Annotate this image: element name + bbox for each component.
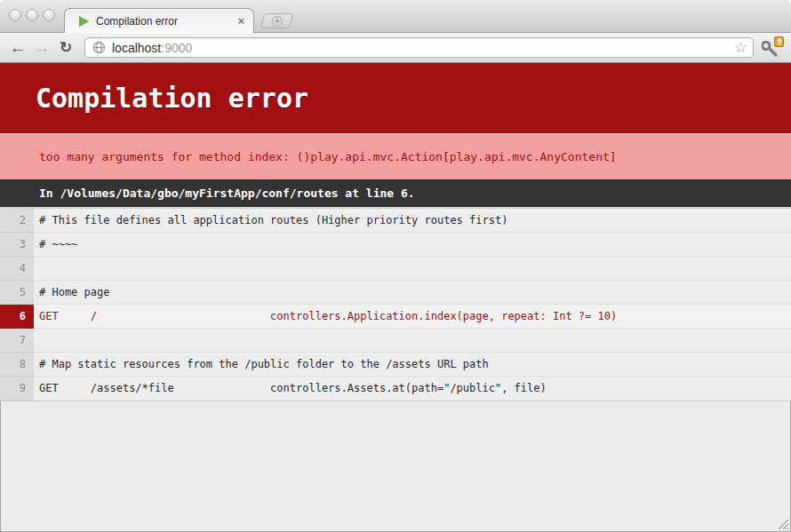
code-line: 9GET /assets/*file controllers.Assets.at… [0,377,791,401]
wrench-menu-button[interactable] [761,36,784,60]
browser-window: Compilation error × + ← → ↻ localhost:90… [0,0,791,532]
code-text: # ~~~~ [34,233,791,257]
line-number: 6 [0,305,34,329]
code-text: # Home page [34,281,791,305]
line-number: 2 [0,209,34,233]
line-number: 8 [0,353,34,377]
code-text [34,329,791,353]
browser-tab[interactable]: Compilation error × [64,8,254,33]
bookmark-star-icon[interactable]: ☆ [734,40,747,55]
line-number: 7 [0,329,34,353]
back-button[interactable]: ← [7,37,28,59]
code-text: GET / controllers.Application.index(page… [34,305,791,329]
url-host: localhost [112,41,161,55]
line-number: 4 [0,257,34,281]
code-listing: 2# This file defines all application rou… [0,207,791,401]
tab-close-icon[interactable]: × [236,14,246,28]
error-message: too many arguments for method index: ()p… [0,133,791,179]
play-favicon-icon [79,16,89,27]
code-line: 6GET / controllers.Application.index(pag… [0,305,791,329]
url-port: :9000 [161,41,192,55]
address-bar[interactable]: localhost:9000 ☆ [84,37,754,58]
code-text [34,257,791,281]
globe-icon [92,41,106,54]
title-bar: Compilation error × + [0,0,791,33]
page-title: Compilation error [0,63,791,133]
window-controls [9,9,55,21]
line-number: 5 [0,281,34,305]
code-line: 8# Map static resources from the /public… [0,353,791,377]
zoom-window-button[interactable] [43,9,55,21]
line-number: 3 [0,233,34,257]
reload-button[interactable]: ↻ [55,37,76,59]
tab-title: Compilation error [96,15,236,28]
code-line: 3# ~~~~ [0,233,791,257]
browser-toolbar: ← → ↻ localhost:9000 ☆ [0,33,791,63]
upgrade-badge-icon [774,36,784,47]
close-window-button[interactable] [9,9,21,21]
code-line: 4 [0,257,791,281]
line-number: 9 [0,377,34,401]
new-tab-button[interactable]: + [260,13,294,28]
resize-grip[interactable] [775,516,789,530]
code-text: # Map static resources from the /public … [34,353,791,377]
plus-icon: + [272,16,283,27]
code-line: 5# Home page [0,281,791,305]
forward-button[interactable]: → [31,37,52,59]
error-location: In /Volumes/Data/gbo/myFirstApp/conf/rou… [0,179,791,207]
code-line: 2# This file defines all application rou… [0,209,791,233]
code-text: # This file defines all application rout… [34,209,791,233]
code-text: GET /assets/*file controllers.Assets.at(… [34,377,791,401]
url-text[interactable]: localhost:9000 [112,41,192,55]
code-line: 7 [0,329,791,353]
minimize-window-button[interactable] [26,9,38,21]
